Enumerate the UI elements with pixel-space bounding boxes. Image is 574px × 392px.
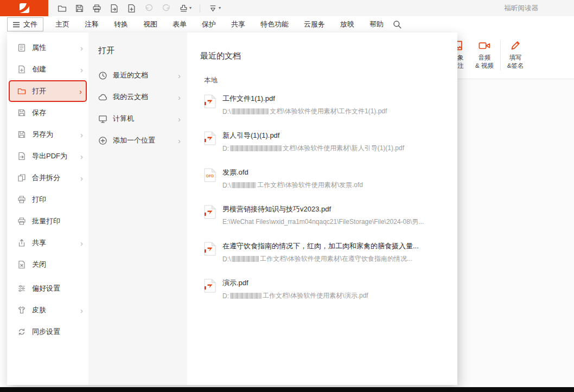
video-camera-icon bbox=[478, 40, 491, 52]
clock-icon bbox=[98, 71, 107, 80]
tab-cloud[interactable]: 云服务 bbox=[296, 16, 333, 33]
redacted-path-segment bbox=[232, 256, 259, 262]
export-pdf-icon[interactable] bbox=[110, 4, 119, 13]
create-icon bbox=[17, 65, 26, 74]
file-name[interactable]: 新人引导(1)(1).pdf bbox=[222, 131, 404, 140]
file-name[interactable]: 工作文件1(1).pdf bbox=[222, 94, 387, 104]
file-menu-item-save-as[interactable]: 另存为 › bbox=[7, 124, 88, 145]
title-bar: ▾ ▾ 福昕阅读器 bbox=[0, 0, 574, 16]
ofd-file-icon bbox=[204, 168, 216, 182]
ribbon-tabs: 主页 注释 转换 视图 表单 保护 共享 特色功能 云服务 放映 帮助 bbox=[48, 16, 391, 33]
item-label: 皮肤 bbox=[32, 305, 46, 315]
tab-protect[interactable]: 保护 bbox=[194, 16, 224, 33]
recent-file-row[interactable]: 新人引导(1)(1).pdf D:文档\体验软件使用素材\新人引导(1)(1).… bbox=[204, 131, 457, 153]
window-title: 福昕阅读器 bbox=[505, 0, 539, 16]
open-file-icon[interactable] bbox=[58, 4, 67, 13]
file-name[interactable]: 在遵守饮食指南的情况下，红肉，加工肉和家禽的膳食摄入量... bbox=[222, 241, 419, 251]
file-menu-item-export-pdf[interactable]: 导出PDF为 › bbox=[7, 145, 88, 167]
chevron-right-icon: › bbox=[80, 66, 83, 74]
file-path: D:\工作文档\体验软件使用素材\在遵守饮食指南的情况... bbox=[222, 254, 419, 264]
tab-home[interactable]: 主页 bbox=[48, 16, 77, 33]
item-label: 保存 bbox=[32, 108, 46, 118]
recent-file-row[interactable]: 工作文件1(1).pdf D:\文档\体验软件使用素材\工作文件1(1).pdf bbox=[204, 94, 457, 116]
recent-file-row[interactable]: 在遵守饮食指南的情况下，红肉，加工肉和家禽的膳食摄入量... D:\工作文档\体… bbox=[204, 241, 457, 264]
redo-icon[interactable] bbox=[162, 4, 171, 13]
file-name[interactable]: 男模营销接待知识与技巧v2023.pdf bbox=[222, 204, 424, 214]
ribbon-item-label: 象 注 bbox=[457, 54, 464, 70]
tab-form[interactable]: 表单 bbox=[165, 16, 194, 33]
ribbon-item-fill-sign[interactable]: 填写 &签名 bbox=[502, 40, 529, 70]
customize-quick-access-dropdown[interactable]: ▾ bbox=[208, 4, 221, 13]
item-label: 创建 bbox=[32, 65, 46, 74]
share-icon bbox=[17, 239, 26, 247]
file-menu-label: 文件 bbox=[23, 20, 37, 29]
toolbar-separator bbox=[200, 4, 200, 12]
ribbon-right-remnant: 象 注 音频 & 视频 填写 &签名 bbox=[457, 33, 574, 79]
chevron-right-icon: › bbox=[80, 306, 83, 314]
ribbon-item-audio-video[interactable]: 音频 & 视频 bbox=[470, 40, 499, 70]
file-name[interactable]: 发票.ofd bbox=[222, 168, 363, 177]
recent-file-row[interactable]: 演示.pdf D:工作文档\体验软件使用素材\演示.pdf bbox=[204, 278, 457, 300]
stamp-tool-dropdown[interactable]: ▾ bbox=[179, 4, 192, 13]
chevron-right-icon: › bbox=[178, 93, 181, 101]
undo-icon[interactable] bbox=[144, 4, 154, 13]
file-menu-item-share[interactable]: 共享 › bbox=[7, 232, 88, 254]
pdf-file-icon bbox=[204, 242, 216, 256]
item-label: 同步设置 bbox=[32, 327, 60, 337]
close-document-icon bbox=[17, 260, 26, 269]
save-icon[interactable] bbox=[75, 4, 84, 13]
open-item-add-place[interactable]: 添加一个位置 › bbox=[88, 130, 187, 151]
recent-documents-panel: 最近的文档 本地 工作文件1(1).pdf D:\文档\体验软件使用素材\工作文… bbox=[187, 33, 457, 385]
file-menu-item-open[interactable]: 打开 › bbox=[9, 80, 87, 102]
open-item-computer[interactable]: 计算机 › bbox=[88, 108, 187, 130]
file-menu-item-skin[interactable]: 皮肤 › bbox=[7, 299, 88, 321]
file-menu-item-print[interactable]: 打印 bbox=[7, 189, 88, 210]
file-menu-item-sync-settings[interactable]: 同步设置 bbox=[7, 321, 88, 343]
tab-help[interactable]: 帮助 bbox=[362, 16, 391, 33]
file-menu-item-close[interactable]: 关闭 bbox=[7, 254, 88, 275]
tab-present[interactable]: 放映 bbox=[333, 16, 362, 33]
caret-down-icon: ▾ bbox=[189, 5, 192, 11]
merge-split-icon bbox=[17, 173, 26, 182]
file-menu-item-preferences[interactable]: 偏好设置 bbox=[7, 278, 88, 299]
ribbon-separator bbox=[500, 40, 501, 70]
print-icon[interactable] bbox=[92, 4, 101, 13]
create-pdf-icon[interactable] bbox=[127, 4, 136, 13]
file-menu-item-save[interactable]: 保存 bbox=[7, 102, 88, 124]
chevron-right-icon: › bbox=[178, 115, 181, 123]
properties-icon bbox=[17, 43, 26, 52]
app-logo[interactable] bbox=[0, 0, 48, 16]
chevron-right-icon: › bbox=[80, 131, 83, 139]
tab-features[interactable]: 特色功能 bbox=[253, 16, 296, 33]
file-menu-button[interactable]: 文件 bbox=[7, 17, 43, 31]
recent-documents-title: 最近的文档 bbox=[200, 51, 457, 61]
pencil-icon bbox=[509, 40, 522, 52]
sync-settings-icon bbox=[17, 327, 26, 336]
item-label: 属性 bbox=[32, 43, 46, 53]
file-menu-item-batch-print[interactable]: 批量打印 bbox=[7, 210, 88, 232]
tab-comment[interactable]: 注释 bbox=[77, 16, 106, 33]
file-name[interactable]: 演示.pdf bbox=[222, 278, 368, 288]
open-item-recent-documents[interactable]: 最近的文档 › bbox=[88, 65, 187, 86]
recent-file-row[interactable]: 男模营销接待知识与技巧v2023.pdf E:\WeChat Files\wxi… bbox=[204, 204, 457, 227]
chevron-right-icon: › bbox=[80, 174, 83, 182]
customize-toolbar-icon bbox=[208, 4, 218, 13]
file-menu-item-merge-split[interactable]: 合并拆分 › bbox=[7, 167, 88, 189]
open-item-cloud-documents[interactable]: 我的云文档 › bbox=[88, 86, 187, 108]
chevron-right-icon: › bbox=[79, 87, 82, 95]
chevron-right-icon: › bbox=[178, 72, 181, 80]
tab-view[interactable]: 视图 bbox=[136, 16, 165, 33]
tab-share[interactable]: 共享 bbox=[224, 16, 253, 33]
file-path: D:文档\体验软件使用素材\新人引导(1)(1).pdf bbox=[222, 144, 404, 153]
item-label: 关闭 bbox=[32, 260, 46, 269]
tab-convert[interactable]: 转换 bbox=[106, 16, 136, 33]
save-as-icon bbox=[17, 130, 26, 139]
search-icon[interactable] bbox=[392, 20, 402, 29]
ribbon-item-image-annotation-partial[interactable]: 象 注 bbox=[457, 40, 464, 70]
item-label: 合并拆分 bbox=[32, 173, 60, 183]
save-icon bbox=[17, 108, 26, 117]
file-menu-item-properties[interactable]: 属性 › bbox=[7, 37, 88, 59]
file-menu-item-create[interactable]: 创建 › bbox=[7, 59, 88, 80]
recent-file-row[interactable]: 发票.ofd D:\工作文档\体验软件使用素材\发票.ofd bbox=[204, 168, 457, 190]
local-section-label: 本地 bbox=[204, 76, 457, 85]
